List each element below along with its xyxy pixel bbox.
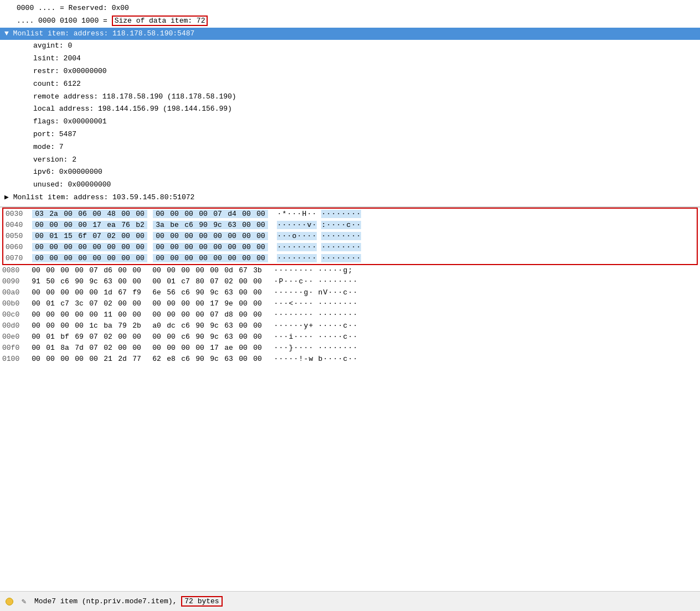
hex-byte: 00 [196, 243, 210, 251]
tree-line[interactable]: flags: 0x00000001 [0, 116, 700, 128]
ascii-left: ······g· [274, 288, 313, 297]
ascii-left: ·P···c·· [274, 277, 313, 286]
hex-row: 006000000000000000000000000000000000····… [3, 242, 697, 253]
ascii-right: ········ [318, 344, 358, 352]
tree-line[interactable]: remote address: 118.178.58.190 (118.178.… [0, 91, 700, 103]
hex-offset: 0090 [2, 277, 29, 286]
tree-line[interactable]: version: 2 [0, 154, 700, 167]
hex-byte: 01 [43, 344, 58, 352]
hex-byte: 00 [47, 243, 61, 251]
hex-byte: 79 [115, 322, 130, 330]
hex-byte: 00 [90, 254, 104, 262]
ascii-left: ········ [274, 266, 313, 275]
hex-byte: 00 [72, 310, 86, 319]
edit-icon[interactable]: ✎ [19, 597, 29, 606]
hex-offset: 00c0 [2, 310, 29, 319]
hex-byte: 8a [58, 344, 72, 352]
hex-byte: 00 [150, 333, 164, 341]
hex-offset: 0030 [6, 210, 32, 218]
hex-byte: 00 [178, 310, 193, 319]
hex-byte: 00 [29, 299, 43, 308]
ascii-right: ·····c·· [318, 333, 358, 341]
tree-line[interactable]: mode: 7 [0, 141, 700, 154]
hex-byte: 00 [182, 243, 196, 251]
hex-offset: 00f0 [2, 344, 29, 352]
tree-line[interactable]: count: 6122 [0, 78, 700, 91]
tree-line[interactable]: avgint: 0 [0, 40, 700, 53]
hex-byte: 00 [43, 266, 58, 275]
hex-byte: 21 [101, 355, 115, 363]
hex-byte: 00 [236, 310, 250, 319]
hex-row: 00d0000000001cba792ba0dcc6909c630000····… [0, 320, 700, 332]
tree-line[interactable]: local address: 198.144.156.99 (198.144.1… [0, 103, 700, 116]
hex-byte: 00 [193, 299, 207, 308]
hex-byte: 50 [43, 277, 58, 286]
hex-byte: 00 [150, 266, 164, 275]
hex-byte: 00 [133, 210, 147, 218]
hex-byte: 00 [61, 243, 75, 251]
hex-byte: 00 [43, 355, 58, 363]
hex-byte: 00 [254, 232, 268, 240]
hex-byte: 90 [193, 288, 207, 297]
hex-byte: 00 [43, 322, 58, 330]
hex-panel: 0030032a0006004800000000000007d40000·*··… [0, 207, 700, 591]
ascii-left: ······v· [277, 221, 317, 229]
hex-byte: 00 [58, 310, 72, 319]
hex-byte: 77 [130, 355, 144, 363]
hex-byte: 00 [29, 344, 43, 352]
hex-byte: 00 [75, 243, 90, 251]
hex-row: 00800000000007d6000000000000000d673b····… [0, 265, 700, 276]
hex-byte: 63 [222, 333, 236, 341]
hex-byte: 63 [225, 221, 239, 229]
ascii-left: ········ [277, 243, 317, 251]
hex-byte: 00 [130, 333, 144, 341]
hex-byte: b2 [133, 221, 147, 229]
hex-byte: 00 [210, 254, 225, 262]
hex-byte: 00 [133, 232, 147, 240]
tree-line[interactable]: ▼ Monlist item: address: 118.178.58.190:… [0, 28, 700, 40]
hex-byte: 00 [196, 232, 210, 240]
hex-byte: 00 [225, 232, 239, 240]
status-label: Mode7 item (ntp.priv.mode7.item), [34, 597, 181, 605]
hex-offset: 0080 [2, 266, 29, 275]
hex-byte: 2a [47, 210, 61, 218]
hex-offset: 00d0 [2, 322, 29, 330]
hex-byte: 00 [236, 344, 250, 352]
hex-byte: 00 [236, 288, 250, 297]
hex-byte: 1c [86, 322, 101, 330]
status-text: Mode7 item (ntp.priv.mode7.item), 72 byt… [34, 597, 223, 605]
tree-line[interactable]: unused: 0x00000000 [0, 179, 700, 191]
hex-byte: 00 [72, 355, 86, 363]
hex-byte: 00 [182, 210, 196, 218]
tree-line[interactable]: port: 5487 [0, 128, 700, 141]
tree-line[interactable]: lsint: 2004 [0, 53, 700, 65]
hex-byte: 00 [130, 277, 144, 286]
hex-offset: 0050 [6, 232, 32, 240]
hex-row: 00a000000000001d67f96e56c6909c630000····… [0, 287, 700, 298]
hex-byte: 07 [207, 277, 222, 286]
hex-byte: 00 [86, 288, 101, 297]
hex-byte: 00 [72, 322, 86, 330]
hex-byte: 00 [90, 243, 104, 251]
hex-byte: 01 [164, 277, 178, 286]
hex-byte: c6 [178, 333, 193, 341]
hex-byte: 00 [178, 266, 193, 275]
hex-byte: dc [164, 322, 178, 330]
tree-line[interactable]: 0000 .... = Reserved: 0x00 [0, 2, 700, 15]
bytes-badge: 72 bytes [181, 596, 222, 607]
hex-byte: 00 [150, 310, 164, 319]
tree-line[interactable]: ▶ Monlist item: address: 103.59.145.80:5… [0, 191, 700, 204]
hex-byte: 00 [254, 210, 268, 218]
tree-line[interactable]: restr: 0x00000000 [0, 65, 700, 78]
hex-byte: 0d [222, 266, 236, 275]
hex-row: 00909150c6909c6300000001c78007020000·P··… [0, 276, 700, 287]
hex-byte: 00 [115, 277, 130, 286]
hex-byte: 56 [164, 288, 178, 297]
hex-byte: 9c [207, 322, 222, 330]
tree-line[interactable]: ipv6: 0x00000000 [0, 166, 700, 179]
hex-byte: 07 [210, 210, 225, 218]
tree-line[interactable]: .... 0000 0100 1000 = Size of data item:… [0, 15, 700, 28]
ascii-right: b····c·· [318, 355, 358, 363]
hex-byte: 9c [210, 221, 225, 229]
hex-byte: 00 [153, 232, 167, 240]
